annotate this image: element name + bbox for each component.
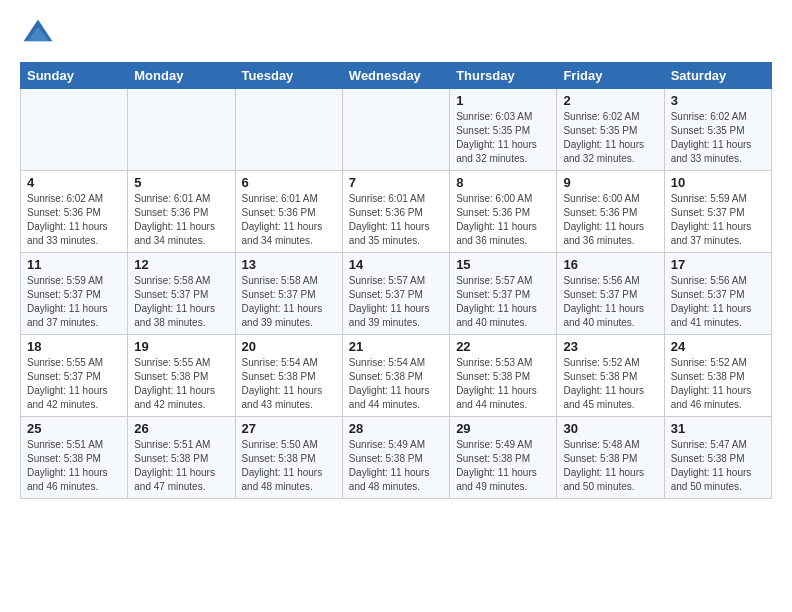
day-number: 29 bbox=[456, 421, 550, 436]
day-info: Sunrise: 5:54 AM Sunset: 5:38 PM Dayligh… bbox=[349, 356, 443, 412]
day-info: Sunrise: 5:53 AM Sunset: 5:38 PM Dayligh… bbox=[456, 356, 550, 412]
day-number: 5 bbox=[134, 175, 228, 190]
day-info: Sunrise: 6:01 AM Sunset: 5:36 PM Dayligh… bbox=[242, 192, 336, 248]
day-cell: 27Sunrise: 5:50 AM Sunset: 5:38 PM Dayli… bbox=[235, 417, 342, 499]
day-cell: 2Sunrise: 6:02 AM Sunset: 5:35 PM Daylig… bbox=[557, 89, 664, 171]
day-info: Sunrise: 5:54 AM Sunset: 5:38 PM Dayligh… bbox=[242, 356, 336, 412]
day-info: Sunrise: 5:49 AM Sunset: 5:38 PM Dayligh… bbox=[456, 438, 550, 494]
logo bbox=[20, 16, 60, 52]
day-number: 4 bbox=[27, 175, 121, 190]
day-cell: 4Sunrise: 6:02 AM Sunset: 5:36 PM Daylig… bbox=[21, 171, 128, 253]
header-row: Sunday Monday Tuesday Wednesday Thursday… bbox=[21, 63, 772, 89]
day-cell: 17Sunrise: 5:56 AM Sunset: 5:37 PM Dayli… bbox=[664, 253, 771, 335]
day-cell: 28Sunrise: 5:49 AM Sunset: 5:38 PM Dayli… bbox=[342, 417, 449, 499]
day-number: 21 bbox=[349, 339, 443, 354]
day-number: 15 bbox=[456, 257, 550, 272]
day-number: 18 bbox=[27, 339, 121, 354]
day-cell: 18Sunrise: 5:55 AM Sunset: 5:37 PM Dayli… bbox=[21, 335, 128, 417]
day-cell: 20Sunrise: 5:54 AM Sunset: 5:38 PM Dayli… bbox=[235, 335, 342, 417]
day-cell bbox=[21, 89, 128, 171]
day-number: 17 bbox=[671, 257, 765, 272]
week-row-3: 11Sunrise: 5:59 AM Sunset: 5:37 PM Dayli… bbox=[21, 253, 772, 335]
day-number: 7 bbox=[349, 175, 443, 190]
day-info: Sunrise: 6:00 AM Sunset: 5:36 PM Dayligh… bbox=[563, 192, 657, 248]
day-number: 20 bbox=[242, 339, 336, 354]
day-info: Sunrise: 6:02 AM Sunset: 5:35 PM Dayligh… bbox=[563, 110, 657, 166]
day-cell: 7Sunrise: 6:01 AM Sunset: 5:36 PM Daylig… bbox=[342, 171, 449, 253]
day-info: Sunrise: 6:00 AM Sunset: 5:36 PM Dayligh… bbox=[456, 192, 550, 248]
day-info: Sunrise: 5:50 AM Sunset: 5:38 PM Dayligh… bbox=[242, 438, 336, 494]
col-tuesday: Tuesday bbox=[235, 63, 342, 89]
day-number: 14 bbox=[349, 257, 443, 272]
day-cell bbox=[128, 89, 235, 171]
day-cell: 13Sunrise: 5:58 AM Sunset: 5:37 PM Dayli… bbox=[235, 253, 342, 335]
day-cell: 30Sunrise: 5:48 AM Sunset: 5:38 PM Dayli… bbox=[557, 417, 664, 499]
day-cell: 23Sunrise: 5:52 AM Sunset: 5:38 PM Dayli… bbox=[557, 335, 664, 417]
day-number: 28 bbox=[349, 421, 443, 436]
day-cell: 5Sunrise: 6:01 AM Sunset: 5:36 PM Daylig… bbox=[128, 171, 235, 253]
day-cell: 8Sunrise: 6:00 AM Sunset: 5:36 PM Daylig… bbox=[450, 171, 557, 253]
day-info: Sunrise: 5:48 AM Sunset: 5:38 PM Dayligh… bbox=[563, 438, 657, 494]
day-cell: 21Sunrise: 5:54 AM Sunset: 5:38 PM Dayli… bbox=[342, 335, 449, 417]
day-cell: 3Sunrise: 6:02 AM Sunset: 5:35 PM Daylig… bbox=[664, 89, 771, 171]
col-monday: Monday bbox=[128, 63, 235, 89]
day-cell: 12Sunrise: 5:58 AM Sunset: 5:37 PM Dayli… bbox=[128, 253, 235, 335]
day-number: 23 bbox=[563, 339, 657, 354]
day-info: Sunrise: 5:55 AM Sunset: 5:38 PM Dayligh… bbox=[134, 356, 228, 412]
col-friday: Friday bbox=[557, 63, 664, 89]
day-cell: 16Sunrise: 5:56 AM Sunset: 5:37 PM Dayli… bbox=[557, 253, 664, 335]
day-number: 27 bbox=[242, 421, 336, 436]
day-info: Sunrise: 5:58 AM Sunset: 5:37 PM Dayligh… bbox=[242, 274, 336, 330]
day-info: Sunrise: 5:52 AM Sunset: 5:38 PM Dayligh… bbox=[563, 356, 657, 412]
col-saturday: Saturday bbox=[664, 63, 771, 89]
day-number: 22 bbox=[456, 339, 550, 354]
day-number: 1 bbox=[456, 93, 550, 108]
day-cell: 15Sunrise: 5:57 AM Sunset: 5:37 PM Dayli… bbox=[450, 253, 557, 335]
day-info: Sunrise: 5:59 AM Sunset: 5:37 PM Dayligh… bbox=[671, 192, 765, 248]
day-info: Sunrise: 5:58 AM Sunset: 5:37 PM Dayligh… bbox=[134, 274, 228, 330]
day-cell: 31Sunrise: 5:47 AM Sunset: 5:38 PM Dayli… bbox=[664, 417, 771, 499]
week-row-5: 25Sunrise: 5:51 AM Sunset: 5:38 PM Dayli… bbox=[21, 417, 772, 499]
day-number: 16 bbox=[563, 257, 657, 272]
day-number: 9 bbox=[563, 175, 657, 190]
day-cell bbox=[342, 89, 449, 171]
day-cell: 25Sunrise: 5:51 AM Sunset: 5:38 PM Dayli… bbox=[21, 417, 128, 499]
day-number: 24 bbox=[671, 339, 765, 354]
day-info: Sunrise: 5:56 AM Sunset: 5:37 PM Dayligh… bbox=[671, 274, 765, 330]
day-info: Sunrise: 6:02 AM Sunset: 5:35 PM Dayligh… bbox=[671, 110, 765, 166]
day-info: Sunrise: 5:56 AM Sunset: 5:37 PM Dayligh… bbox=[563, 274, 657, 330]
day-cell: 11Sunrise: 5:59 AM Sunset: 5:37 PM Dayli… bbox=[21, 253, 128, 335]
day-info: Sunrise: 5:57 AM Sunset: 5:37 PM Dayligh… bbox=[349, 274, 443, 330]
day-number: 11 bbox=[27, 257, 121, 272]
calendar-table: Sunday Monday Tuesday Wednesday Thursday… bbox=[20, 62, 772, 499]
day-cell: 14Sunrise: 5:57 AM Sunset: 5:37 PM Dayli… bbox=[342, 253, 449, 335]
day-info: Sunrise: 6:02 AM Sunset: 5:36 PM Dayligh… bbox=[27, 192, 121, 248]
day-number: 3 bbox=[671, 93, 765, 108]
day-cell: 10Sunrise: 5:59 AM Sunset: 5:37 PM Dayli… bbox=[664, 171, 771, 253]
week-row-2: 4Sunrise: 6:02 AM Sunset: 5:36 PM Daylig… bbox=[21, 171, 772, 253]
day-cell: 26Sunrise: 5:51 AM Sunset: 5:38 PM Dayli… bbox=[128, 417, 235, 499]
day-cell: 6Sunrise: 6:01 AM Sunset: 5:36 PM Daylig… bbox=[235, 171, 342, 253]
day-number: 8 bbox=[456, 175, 550, 190]
day-cell: 9Sunrise: 6:00 AM Sunset: 5:36 PM Daylig… bbox=[557, 171, 664, 253]
day-info: Sunrise: 5:47 AM Sunset: 5:38 PM Dayligh… bbox=[671, 438, 765, 494]
day-cell: 19Sunrise: 5:55 AM Sunset: 5:38 PM Dayli… bbox=[128, 335, 235, 417]
day-info: Sunrise: 6:03 AM Sunset: 5:35 PM Dayligh… bbox=[456, 110, 550, 166]
day-number: 13 bbox=[242, 257, 336, 272]
day-info: Sunrise: 6:01 AM Sunset: 5:36 PM Dayligh… bbox=[349, 192, 443, 248]
day-cell bbox=[235, 89, 342, 171]
col-wednesday: Wednesday bbox=[342, 63, 449, 89]
day-info: Sunrise: 5:51 AM Sunset: 5:38 PM Dayligh… bbox=[134, 438, 228, 494]
day-number: 10 bbox=[671, 175, 765, 190]
calendar-page: Sunday Monday Tuesday Wednesday Thursday… bbox=[0, 0, 792, 509]
day-cell: 22Sunrise: 5:53 AM Sunset: 5:38 PM Dayli… bbox=[450, 335, 557, 417]
day-cell: 24Sunrise: 5:52 AM Sunset: 5:38 PM Dayli… bbox=[664, 335, 771, 417]
day-number: 30 bbox=[563, 421, 657, 436]
day-info: Sunrise: 6:01 AM Sunset: 5:36 PM Dayligh… bbox=[134, 192, 228, 248]
header bbox=[20, 16, 772, 52]
day-number: 26 bbox=[134, 421, 228, 436]
day-info: Sunrise: 5:57 AM Sunset: 5:37 PM Dayligh… bbox=[456, 274, 550, 330]
day-number: 12 bbox=[134, 257, 228, 272]
day-info: Sunrise: 5:59 AM Sunset: 5:37 PM Dayligh… bbox=[27, 274, 121, 330]
day-cell: 29Sunrise: 5:49 AM Sunset: 5:38 PM Dayli… bbox=[450, 417, 557, 499]
